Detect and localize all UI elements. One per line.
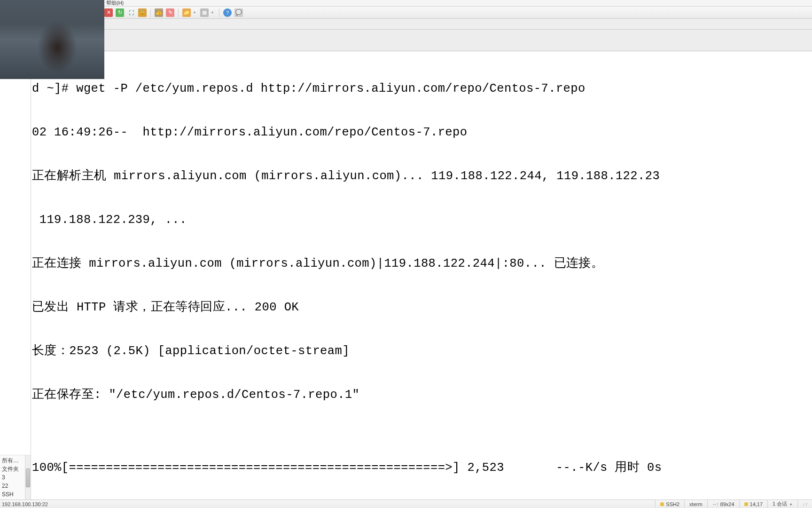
menu-bar: 帮助(H) — [0, 0, 812, 7]
status-dot-icon — [744, 502, 748, 506]
webcam-overlay — [0, 0, 104, 79]
status-host: 192.168.100.130:22 — [0, 501, 48, 507]
sidebar-info-panel: 所有… 文件夹 3 22 SSH — [0, 455, 31, 500]
session-sidebar: 新建会话 (3) 所有… 文件夹 3 22 SSH — [0, 51, 31, 500]
sidebar-info-count22: 22 — [2, 482, 23, 490]
terminal-pane[interactable]: d ~]# wget -P /etc/yum.repos.d http://mi… — [31, 51, 812, 500]
lock-icon[interactable]: 🔒 — [138, 8, 147, 17]
main-area: 新建会话 (3) 所有… 文件夹 3 22 SSH d ~]# wget -P … — [0, 51, 812, 500]
sidebar-scrollbar[interactable] — [25, 455, 31, 500]
highlight-icon[interactable]: ✎ — [166, 8, 174, 17]
status-size: ↔↕ 89x24 — [707, 500, 739, 508]
separator-icon — [219, 8, 219, 17]
folder-icon[interactable]: 📁 — [182, 8, 191, 17]
sidebar-info-folder: 文件夹 — [2, 465, 23, 473]
sidebar-info-count3: 3 — [2, 473, 23, 482]
terminal-line: 正在连接 mirrors.aliyun.com (mirrors.aliyun.… — [32, 256, 811, 271]
chevron-up-icon: ▲ — [789, 502, 793, 506]
fullscreen-icon[interactable]: ⛶ — [127, 8, 135, 17]
separator-icon — [150, 8, 151, 17]
status-updown-icon[interactable]: ↓ ↑ — [797, 500, 812, 508]
terminal-line: 正在解析主机 mirrors.aliyun.com (mirrors.aliyu… — [32, 169, 811, 183]
status-ssh: SSH2 — [655, 500, 684, 508]
disconnect-icon[interactable]: ✕ — [104, 8, 113, 17]
toolbar-spacer — [0, 30, 812, 51]
resize-icon: ↔↕ — [712, 501, 718, 507]
sidebar-info-all: 所有… — [2, 456, 23, 465]
status-cursor-pos: 14,17 — [739, 500, 768, 508]
terminal-line: 100%[===================================… — [32, 460, 811, 475]
dropdown-icon[interactable]: ▾ — [194, 10, 197, 15]
tab-strip — [0, 19, 812, 30]
separator-icon — [178, 8, 179, 17]
terminal-line: 119.188.122.239, ... — [32, 213, 811, 227]
terminal-line: 长度：2523 (2.5K) [application/octet-stream… — [32, 344, 811, 358]
thumb-icon[interactable]: 👍 — [155, 8, 163, 17]
sidebar-tree[interactable] — [0, 68, 31, 455]
toolbar: ✕ ↻ ⛶ 🔒 👍 ✎ 📁 ▾ ▦ ▾ ? 💬 — [0, 7, 812, 19]
reconnect-icon[interactable]: ↻ — [116, 8, 124, 17]
sidebar-info-ssh: SSH — [2, 490, 23, 499]
chat-icon[interactable]: 💬 — [234, 8, 243, 17]
terminal-line: 02 16:49:26-- http://mirrors.aliyun.com/… — [32, 125, 811, 140]
dropdown-icon[interactable]: ▾ — [211, 10, 215, 15]
status-sessions[interactable]: 1 会话 ▲ — [767, 500, 797, 508]
terminal-line: 正在保存至: "/etc/yum.repos.d/Centos-7.repo.1… — [32, 388, 811, 402]
action-icon[interactable]: ▦ — [200, 8, 209, 17]
status-term: xterm — [684, 500, 707, 508]
status-bar: 192.168.100.130:22 SSH2 xterm ↔↕ 89x24 1… — [0, 500, 812, 508]
status-dot-icon — [660, 502, 664, 506]
terminal-line: 已发出 HTTP 请求，正在等待回应... 200 OK — [32, 300, 811, 315]
menu-help[interactable]: 帮助(H) — [106, 0, 124, 7]
terminal-line: d ~]# wget -P /etc/yum.repos.d http://mi… — [32, 81, 811, 96]
help-icon[interactable]: ? — [223, 8, 232, 17]
